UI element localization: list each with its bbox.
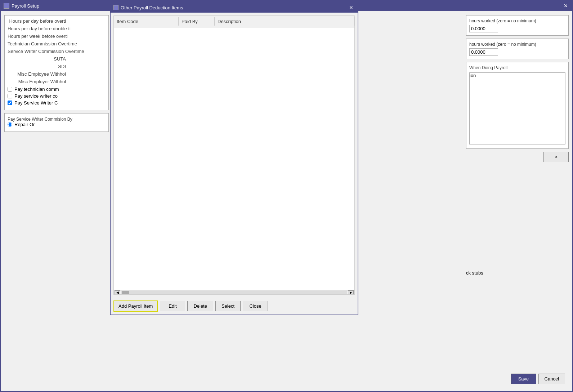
main-window-icon [4, 3, 9, 9]
right-section-1: hours worked (zero = no minimum) [466, 15, 569, 36]
checkbox-pay-sw[interactable] [8, 101, 12, 105]
right-label-hours-1: hours worked (zero = no minimum) [469, 18, 565, 23]
checkbox-row-sw: Pay service writer co [8, 93, 106, 99]
label-misc-employer: Misc Employer Withhol [8, 79, 69, 84]
label-hours-overtime: Hours per day before overti [8, 18, 69, 24]
row-hours-week: Hours per week before overti [8, 34, 106, 39]
label-checkbox-sw: Pay service writer co [14, 93, 58, 99]
col-header-paid-by: Paid By [179, 17, 215, 26]
scroll-right-btn[interactable]: ▶ [348, 290, 354, 295]
commission-section: Pay Service Writer Commision By Repair O… [4, 113, 109, 132]
horizontal-scrollbar[interactable]: ◀ ▶ [114, 290, 354, 294]
table-body [114, 27, 354, 290]
save-button[interactable]: Save [511, 374, 536, 384]
right-arrow-btn[interactable]: > [543, 152, 569, 162]
save-cancel-area: Save Cancel [511, 374, 565, 384]
label-suta: SUTA [8, 56, 69, 62]
main-title-area: Payroll Setup [4, 3, 39, 9]
label-radio-repair: Repair Or [14, 122, 35, 127]
dialog-title-area: Other Payroll Deduction Items [113, 5, 183, 10]
row-hours-double: Hours per day before double ti [8, 26, 106, 31]
dialog-close-btn[interactable]: ✕ [348, 5, 355, 10]
label-sw-commission: Service Writer Commission Overtime [8, 49, 87, 54]
add-payroll-item-button[interactable]: Add Payroll Item [113, 300, 158, 312]
main-window-close[interactable]: ✕ [562, 3, 569, 9]
right-input-hours-1[interactable] [469, 25, 498, 32]
dialog-content: Item Code Paid By Description ◀ ▶ Add Pa… [111, 13, 358, 315]
select-button[interactable]: Select [215, 301, 241, 311]
row-suta: SUTA [8, 56, 106, 62]
dialog-table: Item Code Paid By Description ◀ ▶ [113, 15, 355, 295]
ck-stubs-label: ck stubs [466, 270, 569, 276]
scroll-left-btn[interactable]: ◀ [115, 290, 120, 295]
left-section-box: Hours per day before overti Hours per da… [4, 15, 109, 110]
label-tech-commission: Technician Commission Overtime [8, 41, 80, 46]
label-misc-employee: Misc Employee Withhol [8, 71, 69, 77]
row-tech-commission: Technician Commission Overtime [8, 41, 106, 46]
label-sdi: SDI [8, 64, 69, 69]
dialog-icon [113, 5, 118, 10]
right-section-2: hours worked (zero = no minimum) [466, 39, 569, 59]
row-misc-employee: Misc Employee Withhol [8, 71, 106, 77]
payroll-notes-textarea[interactable]: ion [469, 72, 565, 144]
label-hours-double: Hours per day before double ti [8, 26, 73, 31]
label-checkbox-pay-sw: Pay Service Writer C [14, 100, 58, 106]
row-misc-employer: Misc Employer Withhol [8, 79, 106, 84]
right-label-hours-2: hours worked (zero = no minimum) [469, 42, 565, 47]
label-checkbox-tech: Pay technician comm [14, 86, 59, 92]
main-window-title: Payroll Setup [12, 3, 39, 9]
dialog-titlebar: Other Payroll Deduction Items ✕ [111, 3, 358, 13]
radio-repair[interactable] [8, 122, 12, 127]
right-section-3: When Doing Payroll ion [466, 62, 569, 149]
left-panel-content: Hours per day before overti Hours per da… [1, 12, 112, 300]
right-input-hours-2[interactable] [469, 48, 498, 56]
delete-button[interactable]: Delete [187, 301, 213, 311]
commission-section-label: Pay Service Writer Commision By [8, 117, 72, 122]
right-panel-content: hours worked (zero = no minimum) hours w… [462, 12, 572, 300]
checkbox-sw[interactable] [8, 94, 12, 98]
scroll-thumb [122, 291, 129, 294]
col-header-item-code: Item Code [114, 17, 179, 26]
table-header: Item Code Paid By Description [114, 16, 354, 27]
label-hours-week: Hours per week before overti [8, 34, 71, 39]
scroll-track[interactable] [121, 291, 347, 294]
row-hours-overtime: Hours per day before overti [8, 18, 106, 24]
when-doing-payroll-label: When Doing Payroll [469, 65, 565, 70]
dialog-button-bar: Add Payroll Item Edit Delete Select Clos… [111, 298, 358, 315]
radio-row-repair: Repair Or [8, 122, 106, 127]
dialog-window: Other Payroll Deduction Items ✕ Item Cod… [110, 2, 358, 315]
row-sdi: SDI [8, 64, 106, 69]
close-button[interactable]: Close [243, 301, 268, 311]
cancel-button[interactable]: Cancel [538, 374, 565, 384]
col-header-description: Description [215, 17, 354, 26]
checkbox-tech[interactable] [8, 87, 12, 92]
right-button-area: > [466, 152, 569, 162]
row-sw-commission: Service Writer Commission Overtime [8, 49, 106, 54]
edit-button[interactable]: Edit [160, 301, 185, 311]
checkbox-row-tech: Pay technician comm [8, 86, 106, 92]
checkbox-row-pay-sw: Pay Service Writer C [8, 100, 106, 106]
dialog-title: Other Payroll Deduction Items [121, 5, 183, 10]
